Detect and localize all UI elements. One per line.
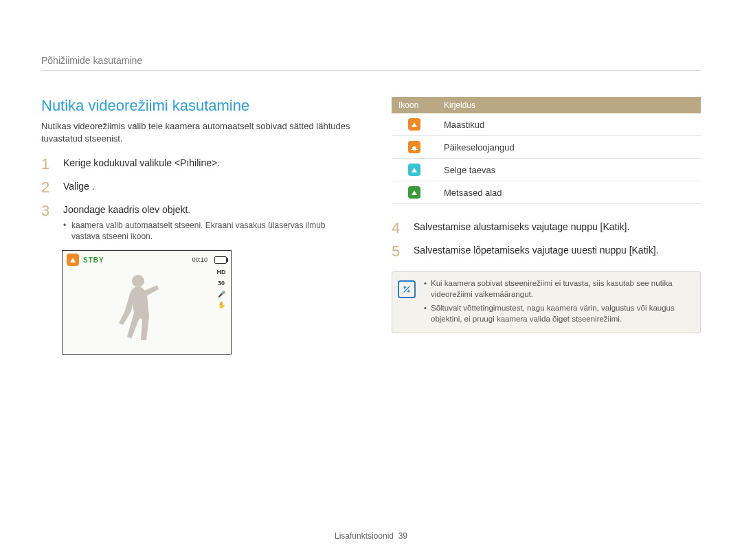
step-sub: kaamera valib automaatselt stseeni. Ekra… [63,220,350,242]
fps-indicator: 30 [216,280,227,287]
step-text: Kerige kodukuval valikule <Pıhiline>. [63,157,220,170]
note-box: Kui kaamera sobivat stseenirežiimi ei tu… [392,271,701,333]
sunsets-icon [408,141,420,153]
step-5: 5 Salvestamise lõpetamiseks vajutage uue… [392,244,701,259]
step-text: Valige . [63,180,95,194]
note-item: Sõltuvalt võttetingimustest, nagu kaamer… [424,302,692,324]
landscapes-icon [408,118,420,131]
forest-icon [408,186,420,199]
battery-icon [214,256,227,264]
desc-cell: Maastikud [437,113,701,136]
step-text: Joondage kaadris olev objekt. [63,204,190,215]
step-4: 4 Salvestamise alustamiseks vajutage nup… [392,221,701,236]
svg-point-1 [412,146,416,150]
table-row: Metsased alad [392,181,701,204]
step-number: 4 [392,221,404,236]
step-number: 1 [41,157,54,172]
footer-section: Lisafunktsioonid [335,531,394,541]
desc-cell: Metsased alad [437,181,701,204]
step-number: 2 [41,180,54,195]
step-number: 5 [392,244,404,259]
hd-indicator: HD [216,269,227,276]
svg-rect-2 [411,149,418,150]
step-number: 3 [41,203,54,219]
table-row: Maastikud [392,113,701,136]
note-item: Kui kaamera sobivat stseenirežiimi ei tu… [424,278,692,300]
timer: 00:10 [192,256,207,263]
breadcrumb: Põhižiimide kasutamine [41,55,701,71]
status-indicator: STBY [83,256,104,264]
mic-indicator: 🎤 [216,291,227,298]
svg-point-0 [132,275,144,287]
th-icon: Ikoon [392,97,437,113]
desc-cell: Selge taevas [437,159,701,181]
table-row: Päikeseloojangud [392,136,701,159]
camera-preview: STBY 00:10 HD 30 🎤 ✋ [62,250,232,355]
th-desc: Kirjeldus [437,97,701,113]
icon-table: Ikoon Kirjeldus Maastikud Päikeseloojang… [392,97,701,204]
table-row: Selge taevas [392,159,701,181]
scene-icon [67,254,79,266]
footer: Lisafunktsioonid 39 [0,531,742,541]
step-3: 3 Joondage kaadris olev objekt. kaamera … [41,203,350,242]
page-title: Nutika videorežiimi kasutamine [41,97,350,115]
clear-sky-icon [408,164,420,176]
step-1: 1 Kerige kodukuval valikule <Pıhiline>. [41,157,350,172]
step-text: Salvestamise lõpetamiseks vajutage uuest… [414,244,658,258]
stabilizer-indicator: ✋ [216,302,227,309]
figure-silhouette [111,271,166,347]
intro-text: Nutikas videorežiimis valib teie kaamera… [41,120,350,144]
info-icon [398,280,416,298]
step-text: Salvestamise alustamiseks vajutage nuppu… [414,221,629,234]
desc-cell: Päikeseloojangud [437,136,701,159]
page-number: 39 [398,531,407,541]
step-2: 2 Valige . [41,180,350,195]
